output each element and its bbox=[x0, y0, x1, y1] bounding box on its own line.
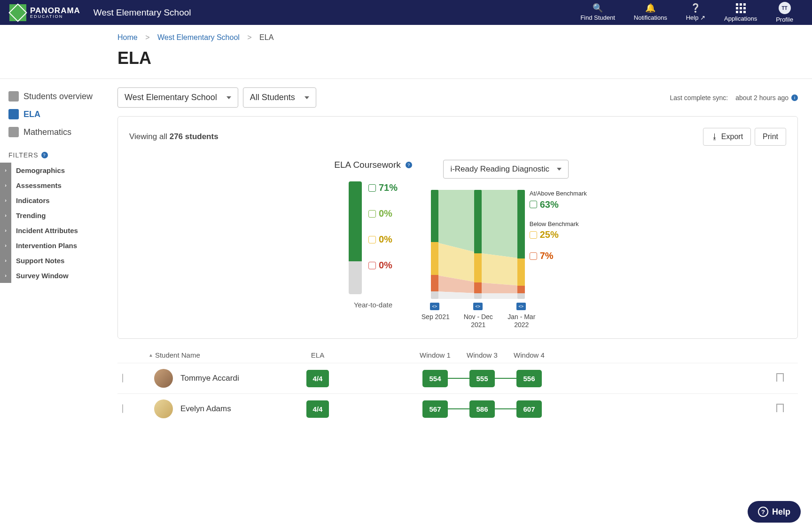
notifications-label: Notifications bbox=[634, 14, 667, 21]
school-dropdown[interactable]: West Elementary School bbox=[117, 87, 238, 108]
row-checkbox[interactable] bbox=[122, 374, 123, 383]
student-avatar-icon bbox=[154, 369, 173, 388]
legend-item[interactable]: 7% bbox=[530, 250, 591, 261]
flow-column-3 bbox=[517, 190, 525, 299]
print-button[interactable]: Print bbox=[755, 128, 786, 146]
flow-x-label: Nov - Dec 2021 bbox=[457, 313, 500, 329]
window-score-pill: 607 bbox=[516, 400, 541, 418]
chevron-right-icon: › bbox=[0, 163, 11, 178]
download-icon: ⭳ bbox=[711, 133, 718, 141]
legend-label: At/Above Benchmark bbox=[530, 190, 591, 197]
filter-intervention-plans[interactable]: ›Intervention Plans bbox=[0, 238, 109, 253]
filter-incident-attributes[interactable]: ›Incident Attributes bbox=[0, 223, 109, 238]
flow-column-2 bbox=[474, 190, 482, 299]
math-icon bbox=[8, 127, 19, 137]
window-score-pill: 556 bbox=[516, 370, 541, 387]
find-student-label: Find Student bbox=[580, 14, 615, 21]
applications-button[interactable]: Applications bbox=[715, 3, 766, 22]
legend-item[interactable]: 63% bbox=[530, 199, 591, 210]
col-student-name[interactable]: ▲ Student Name bbox=[148, 351, 280, 359]
info-icon[interactable]: i bbox=[791, 94, 798, 101]
student-name: Evelyn Adams bbox=[180, 404, 231, 414]
help-button[interactable]: ❔ Help ↗ bbox=[677, 4, 715, 21]
page-title: ELA bbox=[117, 48, 812, 68]
filter-label: Survey Window bbox=[16, 269, 69, 282]
help-label: Help ↗ bbox=[686, 14, 705, 21]
window-score-pill: 586 bbox=[469, 400, 494, 418]
col-window-3[interactable]: Window 3 bbox=[459, 351, 506, 359]
legend-item[interactable]: 0% bbox=[368, 260, 398, 271]
bar-segment-green bbox=[349, 181, 362, 261]
chevron-right-icon: > bbox=[145, 33, 149, 41]
col-window-4[interactable]: Window 4 bbox=[506, 351, 553, 359]
bell-icon: 🔔 bbox=[645, 4, 656, 12]
breadcrumb-home[interactable]: Home bbox=[117, 33, 138, 41]
col-ela[interactable]: ELA bbox=[280, 351, 355, 359]
students-dropdown[interactable]: All Students bbox=[243, 87, 316, 108]
svg-marker-7 bbox=[478, 293, 521, 299]
info-icon[interactable]: ? bbox=[406, 162, 412, 168]
filter-trending[interactable]: ›Trending bbox=[0, 208, 109, 223]
top-nav: PANORAMA EDUCATION West Elementary Schoo… bbox=[0, 0, 812, 25]
chart-title: ELA Coursework bbox=[334, 160, 401, 170]
filter-survey-window[interactable]: ›Survey Window bbox=[0, 268, 109, 283]
profile-button[interactable]: TT Profile bbox=[766, 2, 803, 23]
window-score-pill: 554 bbox=[422, 370, 447, 387]
legend-item[interactable]: 0% bbox=[368, 234, 398, 245]
controls-row: West Elementary School All Students Last… bbox=[117, 87, 798, 108]
header-school-name: West Elementary School bbox=[94, 8, 191, 18]
chevron-right-icon: › bbox=[0, 253, 11, 268]
svg-marker-1 bbox=[478, 190, 521, 258]
content-area: West Elementary School All Students Last… bbox=[109, 79, 812, 443]
page-header: Home > West Elementary School > ELA ELA bbox=[0, 25, 812, 79]
avatar-icon: TT bbox=[779, 2, 791, 14]
filter-support-notes[interactable]: ›Support Notes bbox=[0, 253, 109, 268]
help-icon: ❔ bbox=[690, 4, 701, 12]
student-cell[interactable]: Tommye Accardi bbox=[148, 369, 280, 388]
window-score-pill: 567 bbox=[422, 400, 447, 418]
col-window-1[interactable]: Window 1 bbox=[412, 351, 459, 359]
flag-icon[interactable] bbox=[776, 404, 784, 412]
notifications-button[interactable]: 🔔 Notifications bbox=[625, 4, 677, 21]
sidebar-item-ela[interactable]: ELA bbox=[0, 105, 109, 123]
sort-icon: ▲ bbox=[148, 352, 153, 358]
chevron-right-icon: › bbox=[0, 178, 11, 193]
sidebar-item-overview[interactable]: Students overview bbox=[0, 87, 109, 105]
sidebar-item-label: Students overview bbox=[23, 92, 93, 102]
applications-label: Applications bbox=[724, 15, 757, 22]
info-icon[interactable]: ? bbox=[41, 152, 48, 158]
chevron-right-icon: › bbox=[0, 268, 11, 283]
flag-icon[interactable] bbox=[776, 373, 784, 382]
legend-item[interactable]: 0% bbox=[368, 208, 398, 219]
assessment-dropdown[interactable]: i-Ready Reading Diagnostic bbox=[443, 160, 569, 179]
student-cell[interactable]: Evelyn Adams bbox=[148, 399, 280, 418]
table-row: Tommye Accardi4/4554555556 bbox=[117, 363, 798, 393]
student-avatar-icon bbox=[154, 399, 173, 418]
filter-assessments[interactable]: ›Assessments bbox=[0, 178, 109, 193]
breadcrumb-school[interactable]: West Elementary School bbox=[157, 33, 240, 41]
sidebar-item-math[interactable]: Mathematics bbox=[0, 123, 109, 141]
filter-demographics[interactable]: ›Demographics bbox=[0, 163, 109, 178]
iready-diagnostic-chart: i-Ready Reading Diagnostic bbox=[431, 160, 581, 327]
filter-label: Support Notes bbox=[16, 254, 64, 267]
legend-item[interactable]: 25% bbox=[530, 229, 591, 240]
chart-x-label: Year-to-date bbox=[354, 301, 392, 309]
flow-handle[interactable]: <> bbox=[430, 303, 439, 310]
flow-x-label: Jan - Mar 2022 bbox=[500, 313, 543, 329]
svg-marker-0 bbox=[435, 190, 478, 253]
flow-column-1 bbox=[431, 190, 438, 299]
row-checkbox[interactable] bbox=[122, 404, 123, 413]
flow-handle[interactable]: <> bbox=[516, 303, 526, 310]
book-icon bbox=[8, 109, 19, 119]
table-header-row: ▲ Student Name ELA Window 1 Window 3 Win… bbox=[117, 347, 798, 363]
brand-logo[interactable]: PANORAMA EDUCATION bbox=[9, 4, 80, 21]
logo-text: PANORAMA EDUCATION bbox=[30, 7, 80, 19]
bar-column bbox=[349, 181, 362, 294]
bar-segment-gray bbox=[349, 261, 362, 294]
find-student-button[interactable]: 🔍 Find Student bbox=[571, 4, 625, 21]
flow-handle[interactable]: <> bbox=[473, 303, 483, 310]
filter-indicators[interactable]: ›Indicators bbox=[0, 193, 109, 208]
export-button[interactable]: ⭳ Export bbox=[703, 128, 751, 146]
legend-item[interactable]: 71% bbox=[368, 182, 398, 193]
viewing-count: Viewing all 276 students bbox=[129, 132, 219, 141]
